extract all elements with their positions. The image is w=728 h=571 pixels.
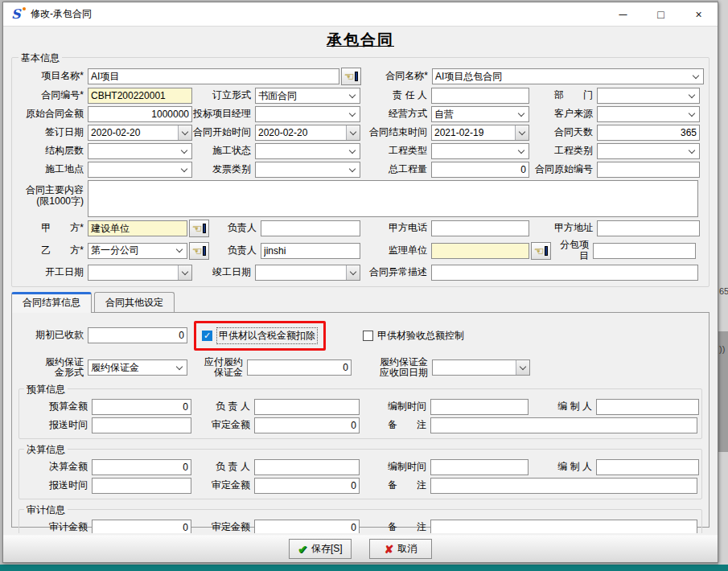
contract-name-combobox[interactable]: AI项目总包合同 bbox=[432, 68, 704, 84]
deduct-tax-checkbox[interactable]: ✓ bbox=[202, 331, 212, 341]
budget-remark-input[interactable] bbox=[430, 417, 697, 433]
form-row: 合同编号* 订立形式 书面合同 责 任 人 部 门 bbox=[19, 88, 702, 104]
bond-due-date-picker[interactable] bbox=[432, 359, 530, 376]
audit-amount-input[interactable] bbox=[92, 520, 191, 533]
party-a-manager-input[interactable] bbox=[261, 220, 360, 236]
form-row: 结构层数 施工状态 工程类型 工程类别 bbox=[19, 143, 702, 159]
contract-no-input[interactable] bbox=[88, 88, 192, 104]
bond-form-combobox[interactable]: 履约保证金 bbox=[88, 359, 187, 376]
checkbox-label[interactable]: 甲供材验收总额控制 bbox=[377, 329, 464, 343]
date-dropdown-button[interactable] bbox=[178, 125, 191, 140]
structure-layers-combobox[interactable] bbox=[88, 143, 192, 159]
budget-maker-input[interactable] bbox=[596, 399, 699, 415]
chevron-down-icon bbox=[182, 268, 188, 274]
final-maker-input[interactable] bbox=[596, 459, 699, 475]
complete-date-picker[interactable] bbox=[255, 265, 360, 281]
original-amount-input[interactable] bbox=[88, 106, 192, 122]
budget-approved-input[interactable] bbox=[254, 417, 360, 433]
party-b-combobox[interactable]: 第一分公司 bbox=[88, 243, 187, 259]
party-a-lookup-button[interactable]: ☜ bbox=[189, 220, 209, 237]
form-row: 乙 方* 第一分公司 ☜ 负责人 监理单位 ☜ 分包项目 bbox=[19, 240, 702, 262]
contract-days-input[interactable] bbox=[597, 125, 700, 141]
form-row: 签订日期 2020-02-20 合同开始时间 2020-02-20 合同结束时间… bbox=[19, 125, 702, 141]
title-bar: S 修改-承包合同 ─ □ × bbox=[3, 2, 718, 27]
project-category-combobox[interactable] bbox=[597, 143, 700, 159]
save-button-label: 保存[S] bbox=[311, 542, 343, 556]
project-lookup-button[interactable]: ☜ bbox=[341, 68, 361, 85]
department-combobox[interactable] bbox=[597, 88, 700, 104]
chevron-down-icon bbox=[181, 146, 187, 153]
budget-make-time-input[interactable] bbox=[430, 399, 529, 415]
final-remark-input[interactable] bbox=[430, 478, 697, 494]
business-mode-combobox[interactable]: 自营 bbox=[431, 106, 529, 122]
party-b-lookup-button[interactable]: ☜ bbox=[189, 242, 209, 260]
date-dropdown-button[interactable] bbox=[346, 265, 360, 280]
chevron-down-icon bbox=[181, 165, 187, 171]
original-no-input[interactable] bbox=[597, 162, 700, 178]
date-dropdown-button[interactable] bbox=[346, 125, 360, 140]
budget-submit-time-input[interactable] bbox=[92, 417, 191, 433]
party-a-address-input[interactable] bbox=[597, 220, 700, 236]
field-label: 客户来源 bbox=[529, 109, 597, 120]
date-dropdown-button[interactable] bbox=[516, 360, 529, 375]
final-amount-input[interactable] bbox=[92, 459, 191, 475]
field-label: 编 制 人 bbox=[529, 462, 596, 473]
field-label: 合同编号* bbox=[19, 90, 88, 101]
subcontract-input[interactable] bbox=[593, 243, 696, 259]
abnormal-desc-input[interactable] bbox=[431, 265, 698, 281]
form-row: 合同主要内容 (限1000字) bbox=[19, 180, 702, 217]
final-submit-time-input[interactable] bbox=[92, 478, 191, 494]
final-approved-input[interactable] bbox=[254, 478, 360, 494]
responsible-input[interactable] bbox=[431, 88, 529, 104]
sign-date-picker[interactable]: 2020-02-20 bbox=[88, 125, 192, 141]
party-a-input[interactable] bbox=[88, 220, 187, 236]
minimize-button[interactable]: ─ bbox=[604, 2, 642, 27]
bid-manager-combobox[interactable] bbox=[255, 106, 360, 122]
acceptance-control-checkbox[interactable] bbox=[363, 331, 373, 341]
end-time-picker[interactable]: 2021-02-19 bbox=[431, 125, 529, 141]
date-dropdown-button[interactable] bbox=[178, 265, 191, 280]
budget-manager-input[interactable] bbox=[254, 399, 360, 415]
audit-remark-input[interactable] bbox=[430, 520, 697, 533]
field-label: 期初已收款 bbox=[19, 330, 88, 341]
button-bar: ✔ 保存[S] ✘ 取消 bbox=[3, 535, 718, 562]
bond-payable-input[interactable] bbox=[247, 359, 352, 376]
group-legend: 预算信息 bbox=[24, 383, 68, 396]
field-label: 审定金额 bbox=[191, 522, 254, 533]
check-icon: ✓ bbox=[204, 331, 211, 340]
date-dropdown-button[interactable] bbox=[515, 125, 529, 140]
start-time-picker[interactable]: 2020-02-20 bbox=[255, 125, 360, 141]
construction-status-combobox[interactable] bbox=[255, 143, 360, 159]
checkbox-group: 甲供材验收总额控制 bbox=[363, 329, 464, 343]
customer-source-combobox[interactable] bbox=[597, 106, 700, 122]
party-b-manager-input[interactable] bbox=[261, 243, 360, 259]
tab-other-settings[interactable]: 合同其他设定 bbox=[94, 292, 175, 312]
total-quantity-input[interactable] bbox=[431, 162, 529, 178]
final-manager-input[interactable] bbox=[254, 459, 360, 475]
budget-amount-input[interactable] bbox=[92, 399, 191, 415]
checkbox-label[interactable]: 甲供材以含税金额扣除 bbox=[216, 327, 318, 344]
project-name-input[interactable] bbox=[88, 68, 339, 84]
chevron-down-icon bbox=[689, 91, 695, 97]
field-label: 合同开始时间 bbox=[192, 127, 255, 138]
field-label: 施工地点 bbox=[19, 164, 88, 175]
invoice-category-combobox[interactable] bbox=[255, 162, 360, 178]
supervisor-input[interactable] bbox=[431, 243, 529, 259]
supervisor-lookup-button[interactable]: ☜ bbox=[531, 242, 551, 260]
tab-settlement-info[interactable]: 合同结算信息 bbox=[11, 292, 92, 313]
close-button[interactable]: × bbox=[680, 2, 718, 27]
audit-approved-input[interactable] bbox=[254, 520, 360, 533]
location-combobox[interactable] bbox=[88, 162, 192, 178]
party-a-phone-input[interactable] bbox=[431, 220, 529, 236]
save-button[interactable]: ✔ 保存[S] bbox=[289, 539, 352, 559]
project-type-combobox[interactable] bbox=[431, 143, 529, 159]
background-text-fragment: )) bbox=[719, 344, 725, 354]
start-date-picker[interactable] bbox=[88, 265, 192, 281]
maximize-button[interactable]: □ bbox=[642, 2, 680, 27]
initial-received-input[interactable] bbox=[88, 327, 187, 343]
form-type-combobox[interactable]: 书面合同 bbox=[255, 88, 360, 104]
cancel-button[interactable]: ✘ 取消 bbox=[369, 539, 432, 559]
main-content-textarea[interactable] bbox=[88, 180, 698, 217]
final-make-time-input[interactable] bbox=[430, 459, 529, 475]
chevron-down-icon bbox=[689, 109, 695, 116]
